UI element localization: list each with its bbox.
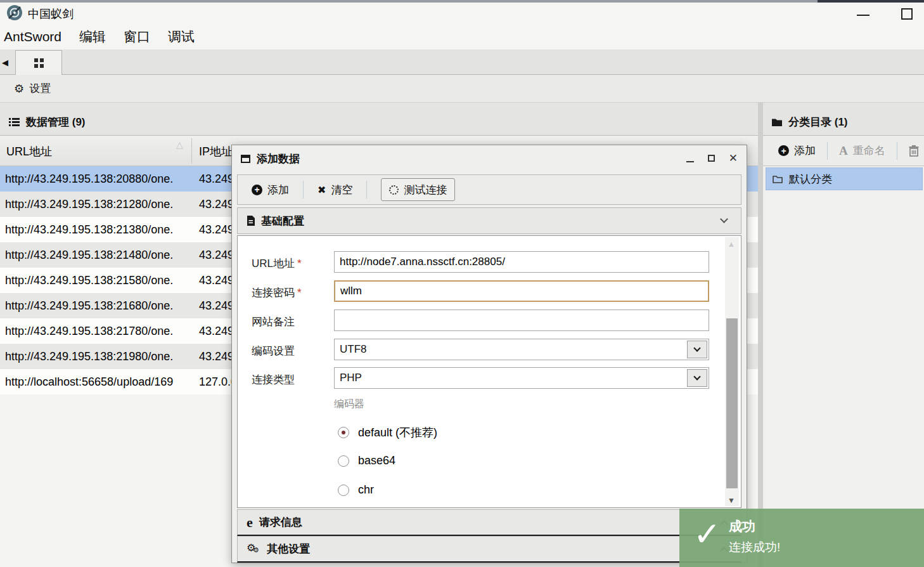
required-asterisk: * (297, 257, 302, 270)
category-panel-title: 分类目录 (1) (788, 115, 848, 129)
toolbar-separator (303, 181, 304, 199)
x-icon: ✖ (318, 184, 326, 196)
encoding-value: UTF8 (340, 343, 367, 356)
dialog-clear-label: 清空 (331, 183, 352, 197)
titlebar: 中国蚁剑 (0, 3, 924, 24)
radio-icon[interactable] (338, 455, 349, 467)
category-item-label: 默认分类 (789, 172, 832, 186)
column-divider[interactable] (191, 138, 192, 164)
dialog-add-button[interactable]: + 添加 (252, 183, 289, 197)
password-input[interactable] (334, 280, 709, 302)
toolbar-separator (897, 142, 897, 160)
connection-type-select[interactable]: PHP (334, 367, 709, 389)
url-cell: http://43.249.195.138:21680/one. (0, 299, 192, 313)
note-label: 网站备注 (252, 315, 295, 329)
note-input[interactable] (334, 310, 709, 331)
trash-icon[interactable] (909, 145, 919, 157)
add-data-dialog: 添加数据 ✕ + 添加 ✖ 清空 测试连接 基础配置 (231, 145, 747, 563)
settings-bar[interactable]: ⚙ 设置 (0, 75, 924, 103)
category-add-label: 添加 (794, 143, 816, 158)
chevron-down-icon (693, 373, 700, 380)
url-cell: http://43.249.195.138:21280/one. (0, 198, 192, 211)
scrollbar-thumb[interactable] (726, 318, 738, 488)
spinner-icon (389, 185, 399, 195)
divider (0, 103, 924, 109)
category-add-button[interactable]: + 添加 (778, 143, 816, 158)
encoder-option-label: default (不推荐) (358, 425, 437, 440)
dialog-maximize-icon[interactable] (708, 155, 715, 162)
section-basic-label: 基础配置 (261, 214, 304, 228)
toast-message: 连接成功! (729, 539, 780, 556)
radio-icon[interactable] (338, 485, 349, 496)
connection-type-value: PHP (340, 372, 362, 384)
dialog-clear-button[interactable]: ✖ 清空 (318, 183, 352, 197)
menubar: AntSword 编辑 窗口 调试 (0, 24, 924, 49)
panel-splitter[interactable] (758, 103, 763, 567)
required-asterisk: * (297, 287, 302, 299)
scroll-down-icon[interactable]: ▼ (728, 496, 735, 505)
test-connection-button[interactable]: 测试连接 (381, 178, 455, 201)
menu-antsword[interactable]: AntSword (0, 29, 70, 44)
dialog-close-icon[interactable]: ✕ (729, 153, 738, 164)
dropdown-button[interactable] (687, 369, 707, 387)
section-other-settings[interactable]: ⚙⚙ 其他设置 (237, 536, 741, 563)
form-scrollbar[interactable]: ▲ ▼ (725, 237, 739, 506)
scroll-up-icon[interactable]: ▲ (728, 240, 735, 249)
data-panel-title: 数据管理 (9) (26, 115, 86, 129)
home-tab[interactable] (15, 50, 62, 75)
tab-bar: ◀ (0, 49, 924, 75)
url-label: URL地址* (252, 256, 302, 271)
settings-label: 设置 (29, 81, 51, 96)
category-list: 默认分类 (766, 167, 923, 190)
radio-selected-icon[interactable] (338, 427, 349, 438)
window-maximize-button[interactable] (901, 8, 913, 20)
url-cell: http://43.249.195.138:21380/one. (0, 223, 192, 237)
category-rename-button[interactable]: A 重命名 (839, 143, 885, 158)
category-item[interactable]: 默认分类 (766, 167, 923, 190)
toolbar-separator (827, 142, 828, 160)
encoder-option[interactable]: chr (338, 483, 374, 497)
dialog-header[interactable]: 添加数据 ✕ (232, 145, 747, 172)
folder-icon (772, 118, 782, 126)
dialog-title: 添加数据 (257, 152, 300, 166)
encoder-option[interactable]: base64 (338, 454, 395, 467)
check-icon: ✓ (693, 515, 721, 553)
encoding-label: 编码设置 (252, 344, 295, 358)
plus-circle-icon: + (252, 185, 262, 195)
encoder-label: 编码器 (334, 398, 364, 411)
section-request-label: 请求信息 (259, 515, 302, 530)
section-other-label: 其他设置 (267, 542, 310, 556)
dropdown-button[interactable] (687, 341, 707, 358)
window-minimize-button[interactable] (857, 15, 869, 16)
folder-outline-icon (773, 175, 783, 183)
url-cell: http://43.249.195.138:21580/one. (0, 274, 192, 287)
column-header-url[interactable]: URL地址 (6, 144, 52, 159)
url-cell: http://localhost:56658/upload/169 (0, 375, 192, 389)
toast-title: 成功 (729, 518, 755, 535)
gears-icon: ⚙⚙ (247, 543, 260, 556)
chevron-down-icon (693, 344, 700, 351)
encoder-option-label: chr (358, 483, 374, 497)
category-rename-label: 重命名 (853, 143, 885, 158)
encoder-option[interactable]: default (不推荐) (338, 425, 437, 440)
menu-edit[interactable]: 编辑 (70, 28, 115, 46)
menu-debug[interactable]: 调试 (159, 28, 203, 46)
section-basic-config[interactable]: 基础配置 (237, 207, 741, 234)
url-cell: http://43.249.195.138:20880/one. (0, 173, 192, 186)
column-header-ip[interactable]: IP地址 (199, 144, 233, 159)
document-icon (247, 216, 255, 226)
connection-type-label: 连接类型 (252, 372, 295, 387)
tab-scroll-left-icon[interactable]: ◀ (2, 56, 11, 68)
gear-icon: ⚙ (14, 82, 24, 96)
test-connection-label: 测试连接 (404, 183, 447, 197)
password-label: 连接密码* (252, 285, 302, 300)
menu-window[interactable]: 窗口 (115, 28, 159, 46)
section-request-info[interactable]: e 请求信息 (237, 509, 741, 536)
data-panel-header: 数据管理 (9) (0, 109, 758, 136)
dialog-minimize-icon[interactable] (686, 161, 694, 162)
letter-a-icon: A (839, 144, 848, 158)
encoding-select[interactable]: UTF8 (334, 339, 709, 360)
category-toolbar: + 添加 A 重命名 (763, 136, 924, 166)
url-input[interactable] (334, 251, 709, 273)
chevron-down-icon (720, 215, 728, 223)
